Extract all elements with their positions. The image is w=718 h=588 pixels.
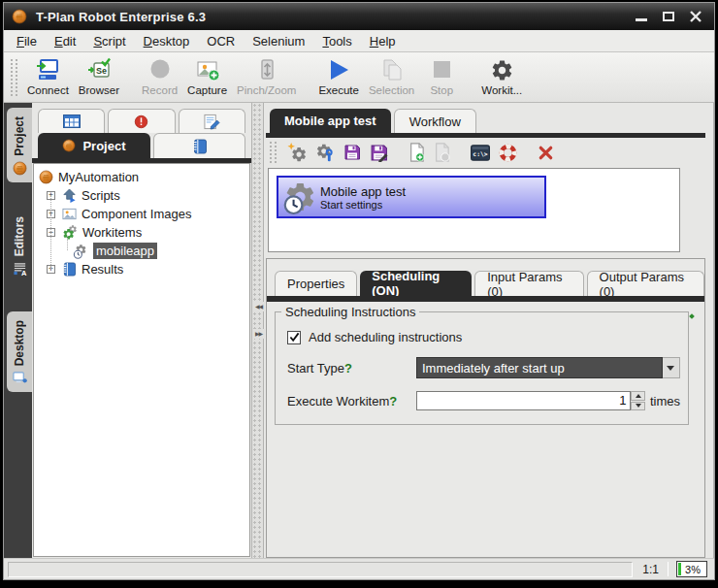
project-ball-icon — [62, 139, 76, 152]
toolbar-grip[interactable] — [11, 59, 17, 96]
help-question-mark[interactable]: ? — [344, 361, 352, 376]
tab-scheduling[interactable]: Scheduling (ON) — [360, 271, 472, 296]
editors-icon: A — [13, 261, 27, 276]
menu-tools[interactable]: Tools — [313, 31, 360, 51]
tree-row-component-images[interactable]: + Component Images — [34, 205, 249, 223]
tab-results-notebook[interactable] — [153, 133, 245, 158]
workitem-button[interactable]: Workit... — [476, 54, 527, 100]
menu-help[interactable]: Help — [361, 31, 405, 51]
menu-script[interactable]: Script — [84, 31, 134, 51]
spinner-down-button[interactable] — [631, 402, 645, 411]
tree-guide-line — [67, 236, 68, 250]
menu-ocr[interactable]: OCR — [198, 31, 244, 51]
workitem-card-selected[interactable]: Mobile app test Start settings — [277, 176, 546, 218]
toolbar-button-label: Browser — [79, 84, 119, 96]
toolbar-button-label: Pinch/Zoom — [237, 84, 296, 96]
save-icon — [343, 144, 361, 161]
connect-button[interactable]: Connect — [22, 54, 74, 100]
tab-properties[interactable]: Properties — [275, 271, 357, 296]
menu-file[interactable]: File — [8, 31, 46, 51]
save-button[interactable] — [343, 144, 361, 161]
maximize-button[interactable] — [662, 10, 675, 23]
minimize-button[interactable] — [635, 10, 648, 23]
record-button: Record — [137, 54, 182, 100]
error-icon — [134, 114, 148, 129]
stop-icon — [429, 57, 454, 82]
table-icon — [63, 114, 81, 128]
add-item-button[interactable] — [408, 143, 425, 162]
side-tab-desktop[interactable]: Desktop — [7, 311, 32, 392]
tab-editor-doc[interactable] — [179, 109, 245, 133]
browser-button[interactable]: Se Browser — [74, 54, 124, 100]
tab-variables[interactable] — [38, 109, 105, 133]
toolbar-button-label: Stop — [430, 84, 453, 96]
app-window: T-Plan Robot Enterprise 6.3 File Edit Sc… — [3, 2, 715, 580]
execute-count-input[interactable]: 1 — [416, 391, 631, 410]
project-panel: Project MyAutomation + — [32, 103, 251, 558]
record-icon — [147, 57, 173, 82]
tab-errors[interactable] — [108, 109, 175, 133]
delete-workitem-button[interactable] — [538, 145, 554, 161]
workitem-settings-button[interactable] — [315, 143, 335, 162]
panel-splitter[interactable]: ◀◀ ▶▶ — [251, 103, 264, 558]
chevron-up-icon — [636, 394, 641, 398]
start-type-label: Start Type? — [287, 361, 416, 376]
status-bar: 1:1 3% — [4, 558, 714, 579]
help-question-mark[interactable]: ? — [389, 394, 397, 408]
side-tab-project[interactable]: Project — [7, 108, 32, 182]
chevron-down-icon — [636, 404, 641, 408]
tree-guide-line — [50, 195, 51, 269]
toolbar-button-label: Record — [142, 84, 178, 96]
times-suffix: times — [650, 394, 680, 408]
menu-edit[interactable]: Edit — [46, 31, 84, 51]
scripts-icon — [62, 188, 77, 203]
help-button[interactable] — [499, 144, 517, 162]
save-as-button[interactable] — [370, 144, 388, 162]
check-icon — [289, 332, 300, 343]
new-workitem-button[interactable] — [287, 143, 307, 162]
usage-percent: 3% — [685, 564, 701, 575]
menu-selenium[interactable]: Selenium — [244, 31, 313, 51]
start-type-select[interactable]: Immediately after start up — [416, 357, 663, 378]
tab-workflow[interactable]: Workflow — [394, 109, 476, 133]
group-title: Scheduling Instructions — [281, 305, 419, 319]
combo-dropdown-button[interactable] — [663, 357, 680, 378]
tree-row-root[interactable]: MyAutomation — [34, 168, 249, 186]
stop-button: Stop — [419, 54, 464, 100]
document-remove-icon — [434, 143, 450, 162]
cli-button[interactable]: c:\> — [471, 145, 490, 161]
minimize-icon — [636, 18, 647, 21]
workitem-list: Mobile app test Start settings — [268, 168, 680, 252]
menu-desktop[interactable]: Desktop — [135, 31, 199, 51]
close-button[interactable] — [689, 10, 702, 23]
status-separator — [668, 562, 669, 576]
tab-input-params[interactable]: Input Params (0) — [474, 271, 583, 296]
collapse-left-icon[interactable]: ◀◀ — [252, 302, 265, 311]
scheduling-checkbox[interactable] — [287, 331, 301, 344]
project-ball-icon — [39, 170, 53, 184]
save-as-icon — [370, 144, 388, 162]
project-ball-icon — [13, 161, 27, 176]
status-message-field — [8, 562, 633, 577]
tree-row-results[interactable]: + Results — [34, 260, 249, 278]
toolbar-button-label: Workit... — [481, 84, 522, 96]
toolbar-button-label: Capture — [187, 84, 227, 96]
properties-tab-label: Scheduling (ON) — [372, 269, 460, 298]
toolbar-grip[interactable] — [270, 142, 277, 163]
side-tab-editors[interactable]: Editors A — [7, 208, 32, 282]
workitem-gear-clock-icon — [73, 244, 88, 259]
workitem-subtitle: Start settings — [320, 199, 406, 211]
expand-right-icon[interactable]: ▶▶ — [252, 329, 265, 339]
toolbar-button-label: Execute — [318, 84, 359, 96]
tree-row-scripts[interactable]: + Scripts — [34, 186, 249, 205]
tab-mobile-app-test[interactable]: Mobile app test — [270, 109, 391, 133]
menu-bar: File Edit Script Desktop OCR Selenium To… — [4, 30, 714, 52]
spinner-up-button[interactable] — [631, 391, 645, 401]
side-tab-label: Project — [13, 116, 26, 156]
app-logo-icon — [12, 9, 27, 24]
gear-new-icon — [287, 143, 307, 162]
tab-project[interactable]: Project — [38, 133, 150, 158]
capture-button[interactable]: Capture — [182, 54, 232, 100]
execute-button[interactable]: Execute — [313, 54, 364, 100]
tab-output-params[interactable]: Output Params (0) — [587, 271, 704, 296]
